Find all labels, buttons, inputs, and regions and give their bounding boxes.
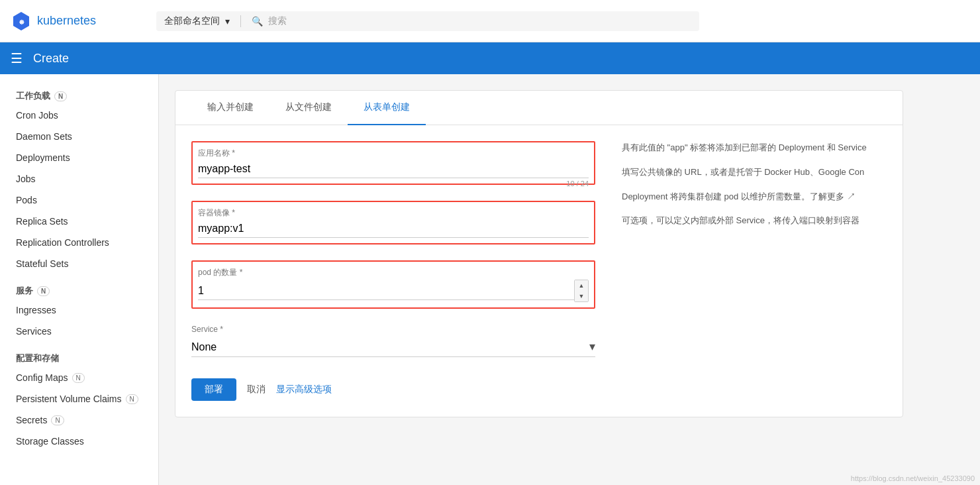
select-arrow-icon: ▾ bbox=[589, 339, 595, 354]
watermark: https://blog.csdn.net/weixin_45233090 bbox=[851, 474, 975, 482]
sidebar-item-pods[interactable]: Pods bbox=[0, 189, 158, 211]
advanced-options-button[interactable]: 显示高级选项 bbox=[276, 378, 332, 401]
deploy-button[interactable]: 部署 bbox=[191, 378, 236, 401]
tabs: 输入并创建 从文件创建 从表单创建 bbox=[175, 91, 903, 125]
menu-icon[interactable]: ☰ bbox=[11, 50, 23, 66]
pod-count-spinners: ▲ ▼ bbox=[574, 280, 589, 302]
sidebar-item-cron-jobs[interactable]: Cron Jobs bbox=[0, 105, 158, 126]
service-label: Service * bbox=[191, 325, 595, 334]
form-area: 应用名称 * 10 / 24 容器镜像 * pod 的数量 * bbox=[175, 125, 903, 417]
sidebar-item-replica-sets[interactable]: Replica Sets bbox=[0, 211, 158, 232]
tab-file-create[interactable]: 从文件创建 bbox=[270, 91, 348, 125]
topbar-search: 全部命名空间 ▾ 🔍 搜索 bbox=[156, 11, 699, 31]
pod-count-label: pod 的数量 * bbox=[198, 267, 589, 278]
form-left: 应用名称 * 10 / 24 容器镜像 * pod 的数量 * bbox=[191, 141, 595, 401]
sidebar-item-deployments[interactable]: Deployments bbox=[0, 147, 158, 168]
kubernetes-icon: ⎈ bbox=[11, 11, 32, 32]
namespace-label: 全部命名空间 bbox=[164, 15, 220, 27]
container-image-input[interactable] bbox=[198, 220, 589, 238]
pod-count-field-group: pod 的数量 * ▲ ▼ bbox=[191, 260, 595, 309]
app-name-input[interactable] bbox=[198, 160, 589, 178]
sidebar-item-replication-controllers[interactable]: Replication Controllers bbox=[0, 232, 158, 253]
topbar: ⎈ kubernetes 全部命名空间 ▾ 🔍 搜索 bbox=[0, 0, 980, 42]
tab-input-create[interactable]: 输入并创建 bbox=[191, 91, 270, 125]
sidebar: 工作负载 N Cron Jobs Daemon Sets Deployments… bbox=[0, 74, 159, 485]
service-hint: 可选项，可以定义内部或外部 Service，将传入端口映射到容器 bbox=[622, 214, 887, 228]
svg-text:⎈: ⎈ bbox=[19, 17, 24, 27]
pod-count-increment[interactable]: ▲ bbox=[575, 280, 588, 291]
workloads-section: 工作负载 N bbox=[0, 85, 158, 105]
container-image-hint: 填写公共镜像的 URL，或者是托管于 Docker Hub、Google Con bbox=[622, 166, 887, 180]
sidebar-item-services[interactable]: Services bbox=[0, 321, 158, 342]
services-section: 服务 N bbox=[0, 280, 158, 299]
page-title: Create bbox=[33, 52, 69, 66]
config-section: 配置和存储 bbox=[0, 347, 158, 367]
sidebar-item-storage-classes[interactable]: Storage Classes bbox=[0, 431, 158, 452]
dropdown-arrow-icon: ▾ bbox=[225, 16, 230, 27]
pod-count-hint: Deployment 将跨集群创建 pod 以维护所需数量。了解更多 ↗ bbox=[622, 190, 887, 204]
pod-count-input[interactable] bbox=[198, 282, 574, 300]
action-bar: 部署 取消 显示高级选项 bbox=[191, 373, 595, 401]
pod-count-wrapper: ▲ ▼ bbox=[198, 280, 589, 302]
container-image-field-group: 容器镜像 * bbox=[191, 201, 595, 244]
subbar: ☰ Create bbox=[0, 42, 980, 74]
form-right-hints: 具有此值的 "app" 标签将添加到已部署的 Deployment 和 Serv… bbox=[622, 141, 887, 401]
service-select-wrapper: None Internal External ▾ bbox=[191, 337, 595, 357]
sidebar-item-secrets[interactable]: Secrets N bbox=[0, 409, 158, 431]
pod-count-decrement[interactable]: ▼ bbox=[575, 291, 588, 301]
sidebar-item-jobs[interactable]: Jobs bbox=[0, 168, 158, 189]
create-form-card: 输入并创建 从文件创建 从表单创建 应用名称 * 10 / 24 容器镜像 * bbox=[175, 90, 903, 417]
search-placeholder: 搜索 bbox=[268, 15, 287, 27]
tab-form-create[interactable]: 从表单创建 bbox=[348, 91, 426, 125]
search-area[interactable]: 🔍 搜索 bbox=[252, 15, 691, 27]
logo: ⎈ kubernetes bbox=[11, 11, 143, 32]
sidebar-item-config-maps[interactable]: Config Maps N bbox=[0, 367, 158, 388]
app-name-label: 应用名称 * bbox=[198, 148, 589, 159]
logo-text: kubernetes bbox=[37, 14, 96, 28]
app-name-char-count: 10 / 24 bbox=[566, 180, 589, 188]
main-content: 输入并创建 从文件创建 从表单创建 应用名称 * 10 / 24 容器镜像 * bbox=[159, 74, 980, 485]
cancel-button[interactable]: 取消 bbox=[247, 378, 266, 401]
sidebar-item-ingresses[interactable]: Ingresses bbox=[0, 299, 158, 321]
sidebar-item-pvc[interactable]: Persistent Volume Claims N bbox=[0, 388, 158, 409]
service-field-group: Service * None Internal External ▾ bbox=[191, 325, 595, 357]
sidebar-item-daemon-sets[interactable]: Daemon Sets bbox=[0, 126, 158, 147]
namespace-dropdown[interactable]: 全部命名空间 ▾ bbox=[164, 15, 241, 27]
app-name-hint: 具有此值的 "app" 标签将添加到已部署的 Deployment 和 Serv… bbox=[622, 141, 887, 155]
search-icon: 🔍 bbox=[252, 16, 263, 27]
service-select[interactable]: None Internal External bbox=[191, 341, 589, 352]
layout: 工作负载 N Cron Jobs Daemon Sets Deployments… bbox=[0, 74, 980, 485]
container-image-label: 容器镜像 * bbox=[198, 207, 589, 219]
app-name-field-group: 应用名称 * 10 / 24 bbox=[191, 141, 595, 185]
sidebar-item-stateful-sets[interactable]: Stateful Sets bbox=[0, 253, 158, 274]
